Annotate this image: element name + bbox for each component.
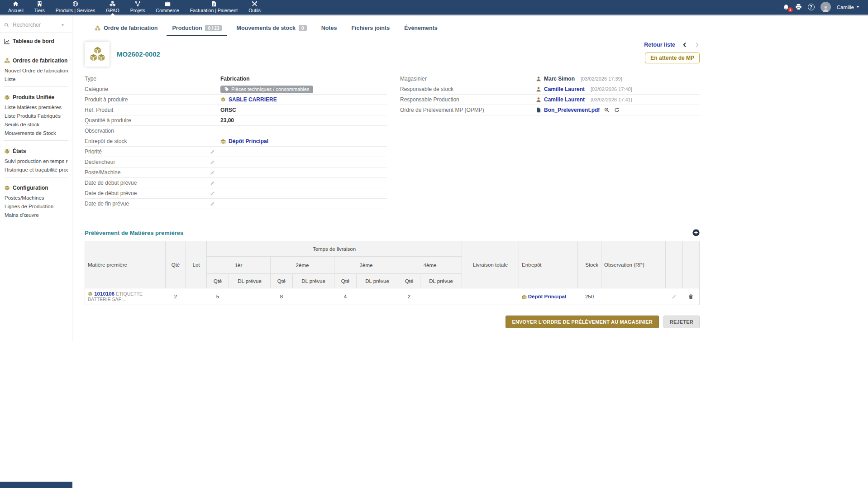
tab-fichiers-joints[interactable]: Fichiers joints <box>345 21 396 36</box>
object-header: MO2602-0002 Retour liste En attente de M… <box>85 42 700 67</box>
sidebar-item-tableau-de-bord[interactable]: Tableau de bord <box>4 36 68 47</box>
reject-button[interactable]: REJETER <box>663 316 700 328</box>
pdf-file-icon <box>536 107 541 113</box>
field-row-categorie: Catégorie Pièces techniques / consommabl… <box>85 84 387 95</box>
box-icon <box>4 95 10 100</box>
field-row-date-debut-prevue-2: Date de début prévue <box>85 188 387 199</box>
sidebar-item-seuils-stock[interactable]: Seuils de stock <box>4 120 68 129</box>
edit-pencil-icon[interactable] <box>210 149 215 154</box>
cubes-icon <box>110 1 115 7</box>
nav-tiers[interactable]: Tiers <box>29 0 50 14</box>
back-to-list-link[interactable]: Retour liste <box>644 42 675 48</box>
user-menu[interactable]: Camille <box>837 5 860 10</box>
field-row-responsable-production: Responsable Production Camille Laurent [… <box>400 95 700 105</box>
tab-ordre-de-fabrication[interactable]: Ordre de fabrication <box>88 21 164 36</box>
material-entrepot: Dépôt Principal <box>519 288 578 305</box>
edit-pencil-icon[interactable] <box>210 191 215 196</box>
nav-commerce[interactable]: Commerce <box>150 0 184 14</box>
nav-facturation[interactable]: Facturation | Paiement <box>185 0 243 14</box>
box-icon <box>88 292 93 297</box>
top-navbar: Accueil Tiers Produits | Services GPAO P… <box>0 0 868 15</box>
opmp-pdf-link[interactable]: Bon_Prelevement.pdf <box>544 107 600 113</box>
magasinier-name[interactable]: Marc Simon <box>544 76 575 82</box>
col-header-4eme: 4ème <box>398 257 462 274</box>
col-group-temps-de-livraison: Temps de livraison <box>207 241 462 257</box>
sidebar-item-liste-produits-fabriques[interactable]: Liste Produits Fabriqués <box>4 111 68 120</box>
sidebar-item-mouvements-stock[interactable]: Mouvements de Stock <box>4 129 68 137</box>
field-row-opmp: Ordre de Prélèvement MP (OPMP) Bon_Prele… <box>400 105 700 115</box>
sidebar-item-liste-matieres[interactable]: Liste Matières premières <box>4 103 68 111</box>
col-header-3eme: 3ème <box>334 257 398 274</box>
sidebar: Tableau de bord Ordres de fabrication No… <box>0 15 72 342</box>
sidebar-item-liste-of[interactable]: Liste <box>4 75 68 83</box>
tab-bar: Ordre de fabrication Production 0 / 23 M… <box>85 21 700 36</box>
sidebar-section-produits-unifiee[interactable]: Produits Unifiée <box>4 92 68 103</box>
sidebar-item-historique-tracabilite[interactable]: Historique et traçabilité production <box>4 165 68 174</box>
sidebar-item-lignes-production[interactable]: Lignes de Production <box>4 202 68 211</box>
nav-projets[interactable]: Projets <box>125 0 151 14</box>
tab-notes[interactable]: Notes <box>315 21 343 36</box>
col-header-qte: Qté <box>166 241 186 288</box>
type-value: Fabrication <box>220 76 250 82</box>
sidebar-divider <box>4 177 68 177</box>
sidebar-item-postes-machines[interactable]: Postes/Machines <box>4 193 68 202</box>
sidebar-item-nouvel-ordre[interactable]: Nouvel Ordre de fabrication <box>4 66 68 75</box>
col-header-matiere-premiere: Matière première <box>85 241 166 288</box>
project-nodes-icon <box>135 1 141 7</box>
sidebar-item-suivi-production[interactable]: Suivi production en temps réel <box>4 157 68 165</box>
sidebar-section-ordres-fabrication[interactable]: Ordres de fabrication <box>4 56 68 66</box>
nav-outils[interactable]: Outils <box>243 0 266 14</box>
tools-icon <box>252 1 258 7</box>
box-icon <box>220 97 226 102</box>
field-row-quantite: Quantité à produire 23,00 <box>85 115 387 126</box>
sidebar-section-configuration[interactable]: Configuration <box>4 183 68 193</box>
print-icon[interactable] <box>795 4 802 10</box>
nav-facturation-label: Facturation | Paiement <box>190 8 238 13</box>
field-row-magasinier: Magasinier Marc Simon [03/02/2026 17:39] <box>400 74 700 84</box>
material-lot <box>186 288 207 305</box>
subcol-dl-prevue: DL prévue <box>229 274 271 288</box>
subcol-dl-prevue: DL prévue <box>293 274 334 288</box>
details-left-table: Type Fabrication Catégorie Pièces techni… <box>85 74 387 209</box>
magnifier-plus-icon[interactable] <box>604 107 610 113</box>
subcol-dl-prevue: DL prévue <box>357 274 398 288</box>
material-ref-link[interactable]: 1010106 <box>94 291 114 297</box>
nav-accueil[interactable]: Accueil <box>3 0 29 14</box>
chevron-left-icon[interactable] <box>682 42 687 48</box>
edit-pencil-icon[interactable] <box>210 160 215 165</box>
notification-count-badge: 1 <box>788 7 793 12</box>
cubes-icon <box>89 46 105 62</box>
tab-production[interactable]: Production 0 / 23 <box>166 21 228 36</box>
edit-pencil-icon[interactable] <box>210 170 215 175</box>
trash-icon[interactable] <box>688 294 693 299</box>
responsable-production-name[interactable]: Camille Laurent <box>544 96 585 103</box>
search-caret-icon[interactable] <box>61 23 65 27</box>
responsable-stock-name[interactable]: Camille Laurent <box>544 86 585 92</box>
home-icon <box>13 1 19 7</box>
delivery3-qte: 4 <box>334 288 357 305</box>
responsable-production-timestamp: [03/02/2026 17:41] <box>591 97 632 102</box>
search-input[interactable] <box>12 21 58 29</box>
notifications-button[interactable]: 1 <box>783 4 789 10</box>
tab-evenements[interactable]: Événements <box>398 21 444 36</box>
delivery2-dl <box>293 288 334 305</box>
nav-produits-services[interactable]: Produits | Services <box>50 0 100 14</box>
sidebar-bottom-strip <box>0 482 72 488</box>
edit-pencil-icon[interactable] <box>210 181 215 186</box>
send-picking-order-button[interactable]: ENVOYER L'ORDRE DE PRÉLÈVEMENT AU MAGASI… <box>506 316 658 328</box>
tab-mouvements-de-stock[interactable]: Mouvements de stock 0 <box>230 21 313 36</box>
edit-pencil-icon[interactable] <box>210 201 215 206</box>
nav-gpao[interactable]: GPAO <box>100 0 125 14</box>
help-icon[interactable]: ? <box>808 4 815 10</box>
magasinier-timestamp: [03/02/2026 17:39] <box>581 76 622 81</box>
avatar[interactable] <box>820 2 831 12</box>
warehouse-link[interactable]: Dépôt Principal <box>229 138 268 144</box>
add-material-button[interactable] <box>692 229 700 236</box>
material-entrepot-link[interactable]: Dépôt Principal <box>528 294 566 299</box>
refresh-icon[interactable] <box>614 107 620 113</box>
edit-pencil-icon[interactable] <box>672 294 677 299</box>
sidebar-search <box>0 19 72 33</box>
sidebar-item-mains-oeuvre[interactable]: Mains d'œuvre <box>4 211 68 219</box>
product-link[interactable]: SABLE CARRIERE <box>229 96 277 103</box>
sidebar-section-etats[interactable]: États <box>4 146 68 157</box>
